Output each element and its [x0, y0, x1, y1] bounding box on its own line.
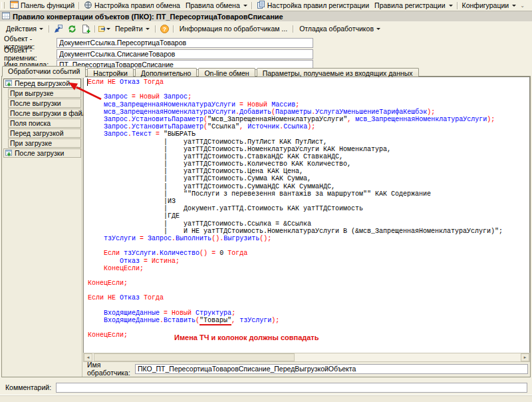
code-line: мсв_ЗапрещеннаяНоменклатураУслуги = Новы… [88, 101, 529, 108]
code-line: ВходящиеДанные = Новый Структура; [88, 309, 529, 317]
sidebar-item-search-fields[interactable]: Поля поиска [8, 118, 81, 128]
handler-name-label: Имя обработчика: [83, 361, 135, 377]
globe-icon [84, 1, 92, 11]
target-object-input[interactable] [57, 49, 313, 59]
sidebar-item-after-import[interactable]: После загрузки [3, 148, 81, 158]
separator [251, 2, 253, 9]
svg-text:?: ? [162, 26, 166, 33]
separator [173, 25, 174, 33]
source-object-input[interactable] [57, 38, 313, 48]
separator [293, 25, 294, 33]
debug-handlers-button[interactable]: Отладка обработчиков [295, 23, 384, 35]
handlers-info-label: Информация по обработчикам ... [180, 25, 288, 33]
scroll-track[interactable] [92, 353, 521, 361]
sidebar-item-before-export[interactable]: Перед выгрузкой [3, 79, 81, 88]
function-panel-button[interactable]: Панель функций [7, 1, 77, 10]
function-panel-label: Панель функций [21, 1, 74, 9]
scroll-right-arrow-icon[interactable]: ► [521, 353, 529, 361]
sidebar-item-label: После выгрузки в файл [10, 109, 86, 117]
help-icon: ? [160, 24, 170, 34]
write-object-button[interactable] [51, 22, 65, 36]
code-line: | И НЕ уатТТДСтоимость.НоменклатураУслуг… [88, 228, 529, 235]
tab-additional[interactable]: Дополнительно [135, 68, 198, 77]
sidebar-item-label: При выгрузке [10, 89, 53, 97]
comment-input[interactable] [56, 383, 527, 393]
handler-form-icon [5, 80, 13, 87]
chevron-down-icon [449, 5, 453, 7]
code-line: |ГДЕ [88, 212, 529, 220]
sidebar-item-label: После загрузки [15, 149, 64, 157]
sidebar-item-after-export-to-file[interactable]: После выгрузки в файл [8, 108, 81, 118]
code-line: Если тзУслуги.Количество() = 0 Тогда [88, 250, 529, 257]
separator [78, 2, 80, 9]
code-line: | уатТТДСтоимость.Количество КАК Количес… [88, 160, 529, 168]
sidebar-item-on-export[interactable]: При выгрузке [8, 89, 81, 98]
code-line: мсв_ЗапрещеннаяНоменклатураУслуги.Добави… [88, 108, 529, 116]
configurations-menu[interactable]: Конфигурации [460, 1, 519, 10]
sidebar-divider [82, 77, 82, 377]
goto-object-button[interactable] [97, 22, 111, 36]
help-button[interactable]: ? [158, 22, 172, 36]
code-line: Запрос.Текст = "ВЫБРАТЬ [88, 130, 529, 138]
target-object-row: Объект - приемник: [4, 49, 313, 59]
tab-bar: Обработчики событийНастройкиДополнительн… [2, 66, 419, 77]
refresh-icon [67, 24, 77, 34]
code-line: КонецЕсли; [88, 265, 529, 272]
handlers-info-button[interactable]: Информация по обработчикам ... [176, 23, 292, 35]
tab-online-exchange[interactable]: On-line обмен [198, 68, 255, 77]
sheets-icon [257, 1, 265, 11]
tab-incoming-params[interactable]: Параметры, получаемые из входящих данных [257, 68, 419, 77]
sidebar-item-before-import[interactable]: Перед загрузкой [8, 128, 81, 138]
code-line: | уатТТДСтоимость.СуммаНДС КАК СуммаНДС, [88, 183, 529, 190]
conversion-rule-icon [2, 12, 10, 21]
exchange-rules-settings-button[interactable]: Настройка правил обмена [81, 1, 183, 10]
code-line: Запрос.УстановитьПараметр("мсв_Запрещенн… [88, 116, 529, 123]
code-line [88, 287, 529, 294]
separator [155, 25, 156, 33]
toolbar-grip[interactable] [1, 2, 5, 9]
chevron-down-icon [512, 5, 516, 7]
handler-name-input[interactable] [135, 364, 528, 374]
registration-rules-menu[interactable]: Правила регистрации [372, 1, 455, 10]
code-line: | уатТТДСтоимость.Цена КАК Цена, [88, 168, 529, 175]
action-toolbar: Действия Перейти ? Информация по обработ… [0, 21, 532, 36]
actions-menu-button[interactable]: Действия [2, 23, 47, 35]
refresh-button[interactable] [65, 22, 79, 36]
exchange-rules-menu[interactable]: Правила обмена [183, 1, 250, 10]
tab-settings[interactable]: Настройки [87, 68, 134, 77]
code-line: | уатТТДСтоимость.Ссылка = &Ссылка [88, 220, 529, 228]
code-line: | Документ.уатТТД.Стоимость КАК уатТТДСт… [88, 205, 529, 212]
code-line: Отказ = Истина; [88, 258, 529, 265]
code-line: | уатТТДСтоимость.СтавкаНДС КАК СтавкаНД… [88, 153, 529, 160]
code-line: Запрос = Новый Запрос; [88, 93, 529, 100]
code-lines: Если НЕ Отказ Тогда Запрос = Новый Запро… [84, 79, 529, 339]
code-editor[interactable]: Если НЕ Отказ Тогда Запрос = Новый Запро… [83, 77, 530, 353]
code-line: Если НЕ Отказ Тогда [88, 79, 529, 86]
handler-form-icon [5, 150, 13, 157]
code-line: | ""Послуги з перевезення вантажів за ма… [88, 190, 529, 198]
comment-label: Комментарий: [0, 383, 56, 391]
sidebar-item-on-import[interactable]: При загрузке [8, 138, 81, 148]
function-panel-icon [10, 1, 19, 10]
registration-rules-settings-button[interactable]: Настройка правил регистрации [254, 1, 372, 10]
debug-handlers-label: Отладка обработчиков [299, 25, 374, 33]
code-hscrollbar[interactable]: ◄ ► [83, 353, 530, 362]
code-line [88, 86, 529, 93]
separator [94, 25, 96, 33]
new-page-icon [81, 24, 91, 34]
status-bar [0, 395, 532, 402]
sidebar-item-after-export[interactable]: После выгрузки [8, 99, 81, 108]
code-line [88, 242, 529, 250]
chevron-down-icon [106, 28, 110, 30]
sidebar-item-label: После выгрузки [10, 99, 61, 107]
add-new-button[interactable] [79, 22, 93, 36]
sidebar-item-label: Поля поиска [10, 119, 51, 127]
code-line: КонецЕсли; [88, 280, 529, 287]
sidebar-item-label: При загрузке [10, 139, 52, 147]
code-line: | уатТТДСтоимость.ПутЛист КАК ПутЛист, [88, 138, 529, 146]
code-line: ВходящиеДанные.Вставить("Товары", тзУслу… [88, 317, 529, 324]
separator [49, 25, 50, 33]
go-menu-button[interactable]: Перейти [111, 23, 154, 35]
toolbar-overflow-chevron[interactable]: ⌄ [520, 3, 525, 9]
tab-event-handlers[interactable]: Обработчики событий [2, 66, 86, 77]
